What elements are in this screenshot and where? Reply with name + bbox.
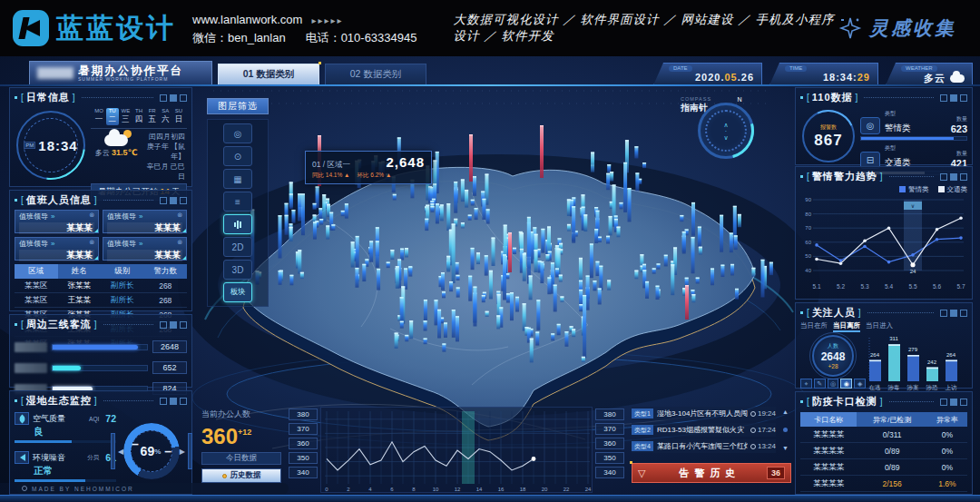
panel-focus-personnel: [关注人员] 当日在所当日离所当日进入 人数 2648 +28 ⌖✎◎◉◈ 26… [795,302,973,389]
cloud-icon [950,74,965,83]
alert-row-1[interactable]: 类型1湿地3-104片区有不明人员闯入19:24 [632,407,776,420]
expand-icon[interactable] [180,321,187,329]
duty-card-3[interactable]: 值班领导»⊗某某某 [15,237,99,261]
focus-bar-chart[interactable]: 264在逃311涉毒279涉案242涉恐264上访 [866,334,967,392]
minimize-icon[interactable] [940,173,947,181]
minimize-icon[interactable] [940,399,947,406]
block-layer-button[interactable]: 板块 [223,282,252,302]
legend-item: 警情类 [899,185,929,194]
expand-icon[interactable] [180,197,187,204]
panel-icon[interactable] [170,94,177,102]
minimize-icon[interactable] [160,94,167,102]
time-segment: TIME 18:34:29 [769,63,878,85]
bar-chart-layer-button[interactable] [223,214,252,234]
svg-text:90: 90 [805,197,811,202]
duty-role-label: 值班领导 [19,240,48,248]
minimize-icon[interactable] [160,197,167,204]
expand-icon[interactable] [180,94,187,102]
panel-icon[interactable] [950,173,957,181]
scroll-dot[interactable] [783,428,788,432]
focus-tab-2[interactable]: 当日离所 [833,321,860,332]
eco-gauge: ◀ – 69% – ▶ [116,412,187,490]
lanlan-logo[interactable]: 蓝蓝设计 [13,10,176,47]
focus-tab-3[interactable]: 当日进入 [866,321,893,332]
alert-list: 类型1湿地3-104片区有不明人员闯入19:24类型2RD13-53烟感报警疑似… [632,407,776,456]
trend-line-chart[interactable]: 908070605040∨245.15.25.35.45.55.65.7 [800,194,967,294]
today-data-button[interactable]: 今日数据 [201,452,281,465]
website-link[interactable]: www.lanlanwork.com [192,13,302,26]
platform-title: 暑期办公协作平台 [78,65,183,76]
office-trend-chart: 380370360350340 024681012141618202224 38… [289,407,626,496]
3d-layer-button[interactable]: 3D [223,260,252,280]
gauge-slider-left[interactable] [111,433,115,469]
2d-layer-button[interactable]: 2D [223,237,252,257]
duty-role-label: 值班领导 [107,212,136,221]
close-icon[interactable]: ⊗ [89,212,94,219]
legend-item: 交通类 [938,185,968,194]
pen-icon[interactable]: ✎ [814,379,826,389]
duty-card-2[interactable]: 值班领导»⊗某某某 [103,210,187,233]
header-tab-1[interactable]: 01 数据类别 [218,64,319,85]
grid-layer-button[interactable]: ▦ [223,169,252,189]
inspiration-collect[interactable]: 灵感收集 [838,15,956,41]
gauge-next-arrow[interactable]: ▶ [180,448,185,456]
duty-card-4[interactable]: 值班领导»⊗某某某 [103,237,187,261]
svg-text:10: 10 [433,487,439,492]
svg-text:20: 20 [542,487,548,492]
close-icon[interactable]: ⊗ [177,212,182,219]
panel-icon[interactable] [950,310,957,317]
person-icon[interactable]: ◉ [840,379,852,389]
location-layer-button[interactable]: ◎ [223,123,252,143]
close-icon[interactable]: ⊗ [177,239,182,246]
focus-delta: +28 [828,363,838,369]
camera-icon[interactable]: ◎ [828,379,839,389]
table-row: 某某某某2/1561.6% [800,476,967,492]
flow-row-2: 652 [15,361,187,374]
cell-rate: 1.6% [927,476,967,492]
radar-layer-button[interactable]: ⊙ [223,146,252,166]
header-tab-2[interactable]: 02 数据类别 [325,64,426,85]
alerts-block: 类型1湿地3-104片区有不明人员闯入19:24类型2RD13-53烟感报警疑似… [632,407,791,496]
panel-icon[interactable] [170,398,177,405]
minimize-icon[interactable] [160,398,167,405]
expand-icon[interactable] [960,173,967,181]
expand-icon[interactable] [180,398,187,405]
panel-icon[interactable] [170,197,177,204]
scroll-down-arrow[interactable]: ▼ [782,445,789,451]
expand-icon[interactable] [960,94,967,102]
scroll-up-arrow[interactable]: ▲ [782,408,789,415]
alert-row-2[interactable]: 类型2RD13-53烟感报警疑似火灾17:24 [632,423,776,437]
panel-police-trend: [警情警力趋势] 警情类交通类 908070605040∨245.15.25.3… [795,166,973,300]
minimize-icon[interactable] [940,94,947,102]
duty-role-label: 值班领导 [19,212,48,221]
list-layer-button[interactable]: ≡ [223,192,252,212]
svg-text:涉毒: 涉毒 [887,384,901,391]
alert-history-button[interactable]: ▽ 告警历史 36 [632,463,791,483]
minimize-icon[interactable] [160,321,167,329]
panel-icon[interactable] [950,399,957,406]
alert-text: RD13-53烟感报警疑似火灾 [657,425,748,435]
panel-icon[interactable] [170,321,177,329]
alarm-total: 867 [814,132,842,150]
expand-icon[interactable] [960,399,967,406]
alert-row-3[interactable]: 类型4某路口有小汽车连闯三个红灯13:24 [632,439,776,453]
column-header: 异常率 [927,412,967,427]
panel-icon[interactable] [950,94,957,102]
focus-tab-1[interactable]: 当日在所 [800,321,828,332]
minimize-icon[interactable] [940,310,947,317]
svg-text:14: 14 [476,487,483,492]
office-line-chart[interactable]: 024681012141618202224 [320,407,593,493]
compass-dial[interactable]: ∧·∨ [698,103,754,159]
map-tooltip: 01 / 区域一2,648 同比 14.1% ▲环比 6.2% ▲ [305,151,432,184]
y-tick: 340 [595,467,624,478]
contact-block: www.lanlanwork.com▸▸▸▸▸ 微信：ben_lanlan电话：… [192,11,416,46]
duty-card-1[interactable]: 值班领导»⊗某某某 [15,210,99,233]
history-data-button[interactable]: 历史数据 [201,468,281,483]
vehicle-icon[interactable]: ◈ [854,379,866,389]
target-icon[interactable]: ⌖ [800,379,812,389]
inspiration-collect-label: 灵感收集 [869,15,956,41]
weather-label: WEATHER [901,65,937,72]
gauge-slider-right[interactable] [188,433,192,469]
close-icon[interactable]: ⊗ [89,239,94,246]
expand-icon[interactable] [960,310,967,317]
